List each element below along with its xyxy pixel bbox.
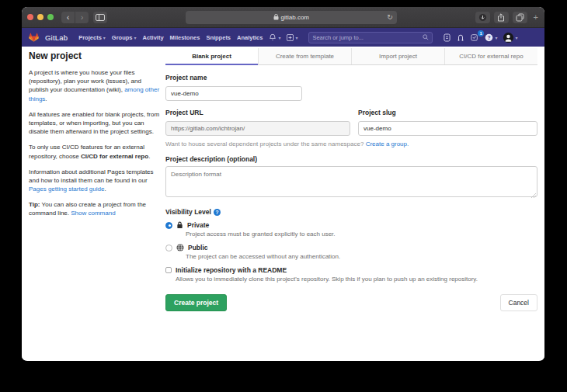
new-menu-icon (287, 34, 294, 41)
project-url-label: Project URL (165, 109, 350, 116)
gitlab-logo-icon[interactable] (29, 33, 39, 42)
chevron-down-icon: ▾ (103, 34, 106, 40)
zoom-window-button[interactable] (47, 14, 54, 20)
url-slug-row: Project URL Project slug Want to house s… (165, 109, 537, 147)
chevron-down-icon: ▾ (295, 34, 297, 40)
tab-blank-project[interactable]: Blank project (165, 48, 258, 64)
sidebar-paragraph: A project is where you house your files … (29, 68, 160, 103)
back-button[interactable]: ‹ (61, 12, 75, 23)
help-icon: ? (485, 33, 493, 42)
readme-description: Allows you to immediately clone this pro… (176, 276, 537, 283)
nav-link-groups[interactable]: Groups▾ (112, 34, 137, 41)
project-name-label: Project name (165, 74, 537, 82)
sidebar-icon (96, 14, 105, 21)
address-text: gitlab.com (281, 14, 309, 21)
blank-project-form: Project name Project URL Project slug (165, 65, 537, 311)
bell-menu[interactable]: ▾ (269, 33, 280, 41)
namespace-hint: Want to house several dependent projects… (165, 140, 537, 147)
nav-link-snippets[interactable]: Snippets (206, 34, 231, 41)
new-menu[interactable]: ▾ (287, 34, 297, 41)
nav-link-analytics[interactable]: Analytics (237, 34, 263, 41)
address-bar[interactable]: gitlab.com ↻ (186, 11, 397, 24)
readme-label: Initialize repository with a README (176, 266, 287, 274)
help-menu[interactable]: ? ▾ (485, 33, 497, 42)
visibility-option-private[interactable]: Private (165, 221, 537, 229)
tab-create-from-template[interactable]: Create from template (258, 48, 351, 64)
visibility-section: Visibility Level ? Private Project acces… (165, 208, 537, 260)
merge-requests-button[interactable] (457, 33, 464, 42)
search-input[interactable] (312, 34, 423, 41)
tab-overview-button[interactable] (513, 12, 527, 23)
nav-link-milestones[interactable]: Milestones (170, 34, 200, 41)
chrome-right-buttons: + (475, 12, 539, 23)
globe-icon (176, 244, 184, 252)
history-nav-buttons: ‹ › (61, 12, 89, 23)
nav-link-projects[interactable]: Projects▾ (78, 34, 106, 41)
lock-icon (176, 221, 183, 229)
merge-requests-icon (457, 33, 464, 42)
brand-text[interactable]: GitLab (45, 33, 68, 42)
project-slug-input[interactable] (358, 121, 537, 136)
browser-chrome: ‹ › gitlab.com ↻ (22, 7, 544, 28)
visibility-help-icon[interactable]: ? (214, 209, 221, 216)
minimize-window-button[interactable] (37, 14, 43, 20)
project-name-row: Project name (165, 74, 537, 101)
create-project-button[interactable]: Create project (165, 294, 227, 311)
search-icon (423, 34, 429, 40)
reload-button[interactable]: ↻ (387, 13, 393, 21)
new-project-sidebar: New project A project is where you house… (29, 50, 160, 225)
issues-icon (444, 33, 450, 42)
chevron-down-icon: ▾ (515, 34, 517, 40)
readme-checkbox[interactable] (165, 267, 172, 273)
create-group-link[interactable]: Create a group. (366, 140, 409, 147)
lock-icon (273, 14, 279, 20)
readme-section: Initialize repository with a README Allo… (165, 266, 537, 283)
pages-guide-link[interactable]: Pages getting started guide (29, 186, 104, 193)
visibility-option-public[interactable]: Public (165, 244, 537, 252)
resize-grip-icon[interactable] (531, 193, 536, 198)
project-description-label: Project description (optional) (165, 155, 537, 163)
chevron-down-icon: ▾ (134, 34, 137, 40)
cancel-button[interactable]: Cancel (500, 294, 537, 311)
gitlab-navbar: GitLab Projects▾ Groups▾ Activity Milest… (22, 28, 544, 47)
new-tab-button[interactable]: + (531, 12, 539, 22)
downloads-button[interactable] (475, 12, 490, 23)
private-radio[interactable] (165, 222, 172, 229)
tab-cicd-external-repo[interactable]: CI/CD for external repo (444, 48, 537, 64)
private-description: Project access must be granted explicitl… (186, 231, 537, 238)
project-slug-label: Project slug (358, 109, 537, 116)
issues-button[interactable] (444, 33, 450, 42)
bell-icon (269, 33, 277, 41)
user-avatar (503, 33, 513, 43)
todos-button[interactable]: 1 (471, 33, 478, 41)
description-row: Project description (optional) (165, 155, 537, 200)
project-type-tabs: Blank project Create from template Impor… (165, 48, 537, 65)
sidebar-paragraph: To only use CI/CD features for an extern… (29, 143, 160, 160)
desktop-background: ‹ › gitlab.com ↻ (0, 0, 567, 392)
svg-text:?: ? (488, 34, 491, 40)
tab-import-project[interactable]: Import project (351, 48, 444, 64)
new-project-form-panel: Blank project Create from template Impor… (165, 48, 537, 311)
nav-link-activity[interactable]: Activity (143, 34, 164, 41)
forward-button[interactable]: › (75, 12, 89, 23)
public-radio[interactable] (165, 245, 172, 252)
public-description: The project can be accessed without any … (186, 253, 537, 260)
sidebar-toggle-button[interactable] (93, 12, 107, 23)
chevron-down-icon: ▾ (278, 34, 280, 40)
navbar-search[interactable] (308, 32, 433, 43)
sidebar-paragraph: Tip: You can also create a project from … (29, 200, 160, 217)
chevron-down-icon: ▾ (495, 34, 497, 40)
readme-option[interactable]: Initialize repository with a README (165, 266, 537, 274)
project-description-textarea[interactable] (165, 166, 537, 197)
project-url-input[interactable] (165, 121, 350, 136)
page-content: New project A project is where you house… (22, 47, 544, 360)
sidebar-paragraph: All features are enabled for blank proje… (29, 110, 160, 137)
visibility-level-label: Visibility Level (165, 208, 211, 216)
project-name-input[interactable] (165, 86, 302, 101)
user-menu[interactable]: ▾ (503, 33, 517, 43)
close-window-button[interactable] (27, 14, 33, 20)
show-command-link[interactable]: Show command (71, 210, 115, 217)
form-actions: Create project Cancel (165, 294, 537, 311)
sidebar-paragraph: Information about additional Pages templ… (29, 168, 160, 194)
share-button[interactable] (494, 12, 509, 23)
